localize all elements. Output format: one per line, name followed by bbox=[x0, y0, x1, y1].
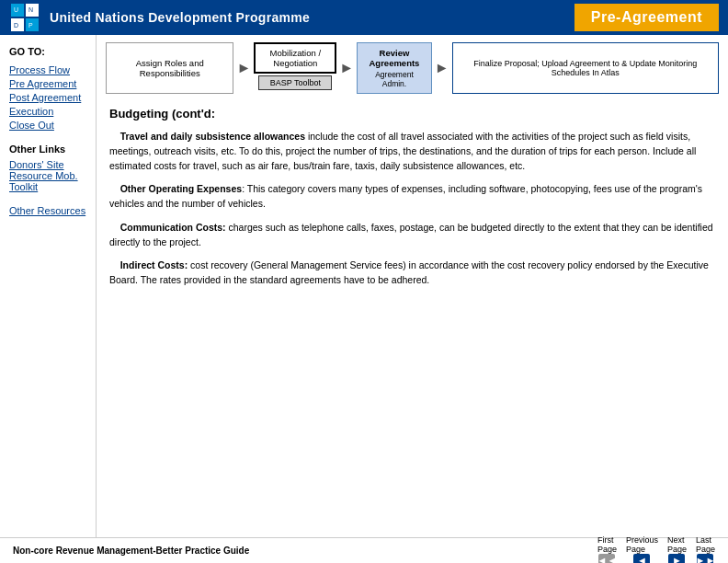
comm-bold: Communication Costs: bbox=[120, 222, 226, 233]
flow-box-review: ReviewAgreements Agreement Admin. bbox=[357, 42, 432, 94]
section-title: Budgeting (cont'd: bbox=[109, 107, 715, 121]
svg-text:U: U bbox=[14, 6, 18, 13]
flow-box-assign: Assign Roles and Responsibilities bbox=[106, 42, 233, 94]
mob-sub-label: BASP Toolbot bbox=[258, 75, 332, 90]
sidebar-item-process-flow[interactable]: Process Flow bbox=[9, 64, 86, 75]
flow-arrow-2: ► bbox=[336, 42, 357, 94]
prev-page-label: PreviousPage bbox=[626, 535, 658, 554]
sidebar-nav: Process Flow Pre Agreement Post Agreemen… bbox=[9, 64, 86, 131]
flow-arrow-3: ► bbox=[432, 42, 452, 94]
mob-main-label: Mobilization /Negotiation bbox=[254, 42, 336, 74]
header: U N D P United Nations Development Progr… bbox=[0, 0, 728, 35]
donors-site-link[interactable]: Donors' Site Resource Mob. Toolkit bbox=[9, 159, 86, 192]
next-page-arrow[interactable]: ► bbox=[668, 554, 685, 564]
sidebar: GO TO: Process Flow Pre Agreement Post A… bbox=[0, 35, 97, 537]
flow-box-assign-label: Assign Roles and Responsibilities bbox=[114, 58, 225, 78]
last-page-label: LastPage bbox=[696, 535, 715, 554]
sidebar-item-post-agreement[interactable]: Post Agreement bbox=[9, 92, 86, 103]
nav-first-page[interactable]: FirstPage ◄◄ bbox=[597, 535, 617, 564]
first-page-label: FirstPage bbox=[597, 535, 617, 554]
operating-bold: Other Operating Expenses bbox=[120, 183, 242, 194]
content-area: Assign Roles and Responsibilities ► Mobi… bbox=[97, 35, 728, 537]
prev-page-arrow[interactable]: ◄ bbox=[633, 554, 650, 564]
next-page-label: NextPage bbox=[667, 535, 687, 554]
review-label: ReviewAgreements bbox=[370, 48, 420, 68]
travel-bold: Travel and daily subsistence allowances bbox=[120, 131, 305, 142]
review-sub-label: Agreement Admin. bbox=[367, 70, 422, 88]
content-block-travel: Travel and daily subsistence allowances … bbox=[109, 130, 715, 173]
other-links: Donors' Site Resource Mob. Toolkit bbox=[9, 159, 86, 192]
content-block-operating: Other Operating Expenses: This category … bbox=[109, 182, 715, 212]
content-block-indirect: Indirect Costs: cost recovery (General M… bbox=[109, 259, 715, 288]
finalize-label: Finalize Proposal; Upload Agreement to &… bbox=[461, 59, 711, 77]
main-layout: GO TO: Process Flow Pre Agreement Post A… bbox=[0, 35, 728, 537]
other-links-title: Other Links bbox=[9, 144, 86, 155]
nav-previous-page[interactable]: PreviousPage ◄ bbox=[626, 535, 658, 564]
flow-box-mobilization: Mobilization /Negotiation BASP Toolbot bbox=[254, 42, 336, 94]
flow-arrow-1: ► bbox=[233, 42, 254, 94]
footer-title: Non-core Revenue Management-Better Pract… bbox=[13, 546, 249, 556]
indirect-text: cost recovery (General Management Servic… bbox=[109, 259, 709, 285]
footer: Non-core Revenue Management-Better Pract… bbox=[0, 537, 728, 563]
page-label: Pre-Agreement bbox=[574, 4, 719, 31]
svg-text:N: N bbox=[28, 6, 33, 13]
other-resources: Other Resources bbox=[9, 205, 86, 216]
flow-box-finalize: Finalize Proposal; Upload Agreement to &… bbox=[452, 42, 719, 94]
svg-text:D: D bbox=[14, 22, 18, 29]
process-flow-bar: Assign Roles and Responsibilities ► Mobi… bbox=[97, 35, 728, 101]
sidebar-item-close-out[interactable]: Close Out bbox=[9, 120, 86, 131]
nav-next-page[interactable]: NextPage ► bbox=[667, 535, 687, 564]
indirect-bold: Indirect Costs: bbox=[120, 259, 188, 270]
sidebar-item-execution[interactable]: Execution bbox=[9, 106, 86, 117]
other-resources-link[interactable]: Other Resources bbox=[9, 205, 86, 216]
last-page-arrow[interactable]: ►► bbox=[697, 554, 713, 564]
goto-label: GO TO: bbox=[9, 46, 86, 57]
body-content: Budgeting (cont'd: Travel and daily subs… bbox=[97, 101, 728, 537]
header-title: United Nations Development Programme bbox=[50, 10, 310, 25]
nav-last-page[interactable]: LastPage ►► bbox=[696, 535, 715, 564]
svg-text:P: P bbox=[28, 22, 33, 29]
sidebar-item-pre-agreement[interactable]: Pre Agreement bbox=[9, 78, 86, 89]
content-block-communication: Communication Costs: charges such as tel… bbox=[109, 221, 715, 250]
undp-logo: U N D P bbox=[9, 2, 40, 33]
footer-nav: FirstPage ◄◄ PreviousPage ◄ NextPage ► L… bbox=[597, 535, 715, 564]
first-page-arrow[interactable]: ◄◄ bbox=[598, 554, 615, 564]
